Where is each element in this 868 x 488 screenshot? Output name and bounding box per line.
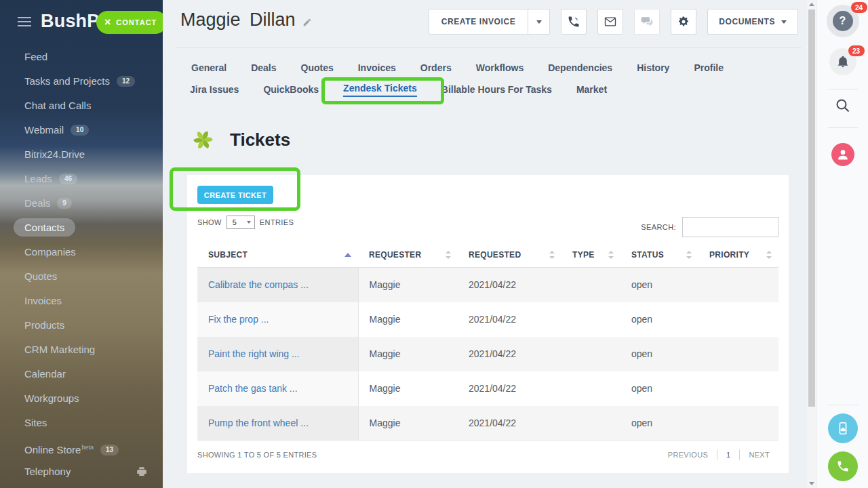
help-button[interactable]: ? 24 xyxy=(827,5,859,37)
table-row: Paint the right wing ... Maggie 2021/04/… xyxy=(197,337,778,371)
table-row: Patch the gas tank ... Maggie 2021/04/22… xyxy=(197,371,778,406)
create-invoice-dropdown[interactable] xyxy=(528,9,549,35)
divider xyxy=(828,89,858,89)
sidebar-item-companies[interactable]: Companies xyxy=(0,240,163,264)
sidebar-item-telephony[interactable]: Telephony xyxy=(0,460,163,484)
active-tab-underline xyxy=(343,96,417,97)
menu-icon[interactable] xyxy=(18,17,31,26)
settings-button[interactable] xyxy=(671,9,696,35)
previous-page-button[interactable]: PREVIOUS xyxy=(659,449,717,460)
mobile-app-button[interactable] xyxy=(828,413,858,443)
search-label: SEARCH: xyxy=(641,223,676,231)
sidebar-item-contacts[interactable]: Contacts xyxy=(0,216,163,240)
sidebar-item-sites[interactable]: Sites xyxy=(0,411,163,435)
bell-icon xyxy=(836,55,850,68)
tab-market[interactable]: Market xyxy=(576,84,607,95)
notifications-count-badge: 23 xyxy=(848,45,865,56)
mobile-device-icon xyxy=(835,421,850,436)
tab-quotes[interactable]: Quotes xyxy=(301,62,334,73)
search-input[interactable] xyxy=(682,217,778,237)
count-badge: 10 xyxy=(71,125,89,136)
phone-icon xyxy=(567,15,580,28)
contact-badge[interactable]: × CONTACT xyxy=(96,11,163,34)
call-button[interactable] xyxy=(561,9,587,35)
tab-dependencies[interactable]: Dependencies xyxy=(548,62,612,73)
ticket-link[interactable]: Paint the right wing ... xyxy=(208,348,300,359)
ticket-link[interactable]: Pump the front wheel ... xyxy=(208,418,309,428)
column-header-requester[interactable]: REQUESTER xyxy=(358,243,458,268)
sidebar-item-webmail[interactable]: Webmail10 xyxy=(0,118,163,142)
tab-deals[interactable]: Deals xyxy=(251,62,276,73)
search-button[interactable] xyxy=(835,98,851,117)
edit-icon[interactable] xyxy=(302,18,312,27)
tab-workflows[interactable]: Workflows xyxy=(476,62,524,73)
sort-icon xyxy=(686,251,692,259)
sidebar-item-feed[interactable]: Feed xyxy=(0,45,163,69)
create-ticket-button[interactable]: CREATE TICKET xyxy=(197,186,273,204)
sidebar-item-tasks[interactable]: Tasks and Projects12 xyxy=(0,69,163,94)
sidebar-item-drive[interactable]: Bitrix24.Drive xyxy=(0,142,163,167)
tab-zendesk-tickets[interactable]: Zendesk Tickets xyxy=(343,83,417,97)
profile-avatar[interactable] xyxy=(831,143,854,166)
section-title: Tickets xyxy=(230,129,290,150)
ticket-link[interactable]: Patch the gas tank ... xyxy=(208,383,298,394)
tab-billable-hours[interactable]: Billable Hours For Tasks xyxy=(441,84,552,95)
divider xyxy=(828,127,858,128)
search-icon xyxy=(835,98,851,114)
printer-icon xyxy=(136,466,148,478)
sidebar-item-products[interactable]: Products xyxy=(0,313,163,338)
tab-quickbooks[interactable]: QuickBooks xyxy=(263,84,319,95)
tab-history[interactable]: History xyxy=(637,62,669,73)
sidebar-item-chat[interactable]: Chat and Calls xyxy=(0,94,163,118)
tab-bar: General Deals Quotes Invoices Orders Wor… xyxy=(163,57,816,100)
sidebar-item-leads[interactable]: Leads46 xyxy=(0,167,163,191)
table-row: Pump the front wheel ... Maggie 2021/04/… xyxy=(197,406,778,441)
tab-profile[interactable]: Profile xyxy=(694,62,724,73)
main-scrollbar[interactable] xyxy=(807,0,816,488)
close-icon[interactable]: × xyxy=(104,17,111,28)
chat-button[interactable] xyxy=(634,9,660,35)
sidebar-nav: Feed Tasks and Projects12 Chat and Calls… xyxy=(0,45,163,484)
chevron-down-icon xyxy=(781,20,787,24)
sidebar-item-workgroups[interactable]: Workgroups xyxy=(0,386,163,411)
sidebar-item-invoices[interactable]: Invoices xyxy=(0,289,163,313)
table-row: Fix the prop ... Maggie 2021/04/22 open xyxy=(197,302,778,337)
scroll-down-icon[interactable] xyxy=(809,482,814,485)
column-header-priority[interactable]: PRIORITY xyxy=(698,243,778,268)
sidebar-item-crm-marketing[interactable]: CRM Marketing xyxy=(0,338,163,362)
scrollbar-thumb[interactable] xyxy=(808,9,815,407)
sidebar-item-quotes[interactable]: Quotes xyxy=(0,264,163,289)
tab-invoices[interactable]: Invoices xyxy=(358,62,396,73)
question-icon: ? xyxy=(833,11,853,31)
count-badge: 9 xyxy=(57,198,72,209)
phone-handset-icon xyxy=(836,460,850,473)
sort-icon xyxy=(766,251,772,259)
notifications-button[interactable]: 23 xyxy=(829,48,856,75)
showing-entries-text: SHOWING 1 TO 5 OF 5 ENTRIES xyxy=(197,451,317,459)
person-icon xyxy=(836,148,850,161)
tab-orders[interactable]: Orders xyxy=(420,62,452,73)
scroll-up-icon[interactable] xyxy=(809,3,814,6)
sidebar-item-deals[interactable]: Deals9 xyxy=(0,191,163,216)
entries-select[interactable]: 5 xyxy=(226,216,255,229)
show-label: SHOW xyxy=(197,218,222,226)
column-header-subject[interactable]: SUBJECT xyxy=(197,243,358,268)
table-row: Calibrate the compas ... Maggie 2021/04/… xyxy=(197,268,778,302)
column-header-status[interactable]: STATUS xyxy=(620,243,698,268)
create-invoice-button[interactable]: CREATE INVOICE xyxy=(429,9,551,35)
tab-jira-issues[interactable]: Jira Issues xyxy=(190,84,239,95)
current-page[interactable]: 1 xyxy=(717,449,740,460)
telephony-call-button[interactable] xyxy=(828,451,858,481)
documents-button[interactable]: DOCUMENTS xyxy=(707,9,798,35)
ticket-link[interactable]: Fix the prop ... xyxy=(208,314,269,325)
sidebar-item-calendar[interactable]: Calendar xyxy=(0,362,163,386)
main-content: Maggie Dillan CREATE INVOICE DOCUMENTS xyxy=(163,0,816,488)
tab-general[interactable]: General xyxy=(191,62,226,73)
column-header-requested[interactable]: REQUESTED xyxy=(458,243,561,268)
column-header-type[interactable]: TYPE xyxy=(561,243,620,268)
count-badge: 46 xyxy=(59,174,77,184)
ticket-link[interactable]: Calibrate the compas ... xyxy=(208,279,309,290)
sidebar-item-online-store[interactable]: Online Storebeta13 xyxy=(0,435,163,460)
email-button[interactable] xyxy=(597,9,623,35)
next-page-button[interactable]: NEXT xyxy=(740,449,778,460)
